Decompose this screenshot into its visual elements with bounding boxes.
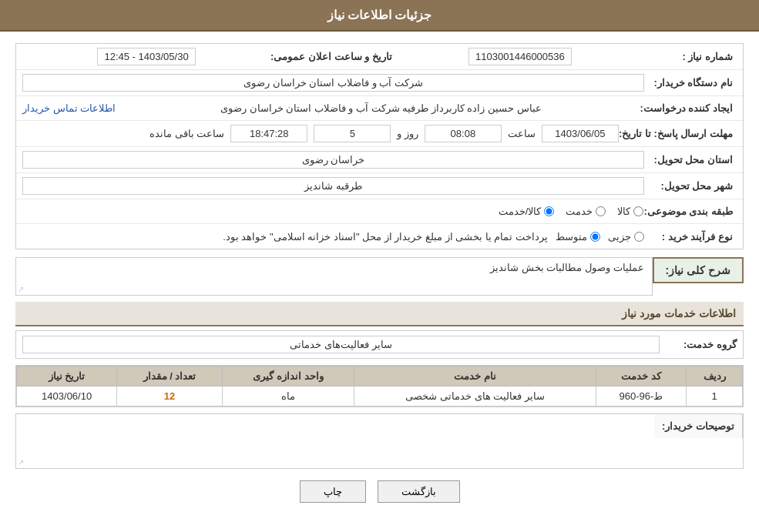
- purchase-type-row: نوع فرآیند خرید : جزیی متوسط پرداخت تمام…: [16, 224, 743, 249]
- announcement-datetime-value: 1403/05/30 - 12:45: [97, 48, 195, 65]
- category-kala-khedmat-radio[interactable]: [544, 206, 554, 216]
- purchase-note: پرداخت تمام یا بخشی از مبلغ خریدار از مح…: [223, 231, 548, 243]
- page-title: جزئیات اطلاعات نیاز: [327, 8, 432, 22]
- need-desc-section-label: شرح کلی نیاز:: [653, 257, 744, 283]
- service-group-label: گروه خدمت:: [660, 339, 737, 350]
- delivery-city-row: شهر محل تحویل: طرقبه شاندیز: [16, 173, 743, 199]
- page-header: جزئیات اطلاعات نیاز: [0, 0, 759, 32]
- category-khedmat-option: خدمت: [566, 206, 606, 217]
- cell-service-name: سایر فعالیت های خدماتی شخصی: [354, 386, 596, 407]
- response-hours: 18:47:28: [230, 125, 307, 142]
- response-days: 5: [314, 125, 391, 142]
- purchase-motavaset-label: متوسط: [556, 231, 587, 243]
- buyer-desc-value-wrapper: ↗: [16, 414, 654, 468]
- announcement-datetime-label: تاریخ و ساعت اعلان عمومی:: [270, 51, 396, 62]
- category-kala-radio[interactable]: [633, 206, 643, 216]
- back-button[interactable]: بازگشت: [378, 480, 460, 503]
- services-table: ردیف کد خدمت نام خدمت واحد اندازه گیری ت…: [16, 366, 743, 407]
- category-options: کالا خدمت کالا/خدمت: [22, 206, 643, 217]
- purchase-jozii-option: جزیی: [608, 231, 644, 243]
- response-date: 1403/06/05: [542, 125, 619, 142]
- announcement-datetime-wrapper: 1403/05/30 - 12:45: [22, 48, 270, 65]
- cell-unit: ماه: [222, 386, 354, 407]
- col-row-num: ردیف: [687, 366, 743, 386]
- creator-row: ایجاد کننده درخواست: عباس حسین زاده کارب…: [16, 96, 743, 121]
- creator-label: ایجاد کننده درخواست:: [640, 102, 737, 114]
- need-desc-section: شرح کلی نیاز: عملیات وصول مطالبات بخش شا…: [15, 257, 744, 296]
- category-kala-khedmat-label: کالا/خدمت: [499, 206, 542, 217]
- response-time-label: ساعت: [508, 128, 536, 139]
- category-kala-label: کالا: [617, 206, 630, 217]
- main-info-section: شماره نیاز : 1103001446000536 تاریخ و سا…: [15, 43, 744, 249]
- delivery-province-label: استان محل تحویل:: [644, 154, 737, 166]
- service-group-value: سایر فعالیت‌های خدماتی: [22, 336, 660, 353]
- purchase-type-options: جزیی متوسط پرداخت تمام یا بخشی از مبلغ خ…: [22, 231, 644, 243]
- service-group-row: گروه خدمت: سایر فعالیت‌های خدماتی: [15, 330, 744, 359]
- purchase-type-label: نوع فرآیند خرید :: [644, 231, 737, 243]
- category-row: طبقه بندی موضوعی: کالا خدمت کالا/خدمت: [16, 199, 743, 224]
- category-label: طبقه بندی موضوعی:: [643, 206, 737, 217]
- category-khedmat-label: خدمت: [566, 206, 593, 217]
- response-deadline-row: مهلت ارسال پاسخ: تا تاریخ: 1403/06/05 سا…: [16, 121, 743, 147]
- need-desc-value-wrapper: عملیات وصول مطالبات بخش شاندیز ↗: [15, 257, 653, 296]
- col-quantity: تعداد / مقدار: [117, 366, 222, 386]
- print-button[interactable]: چاپ: [300, 480, 366, 503]
- delivery-province-value-wrapper: خراسان رضوی: [22, 151, 644, 169]
- purchase-motavaset-radio[interactable]: [590, 232, 600, 242]
- buyer-name-row: نام دستگاه خریدار: شرکت آب و فاضلاب استا…: [16, 70, 743, 96]
- delivery-city-label: شهر محل تحویل:: [644, 180, 737, 192]
- category-khedmat-radio[interactable]: [596, 206, 606, 216]
- buyer-name-label: نام دستگاه خریدار:: [644, 77, 737, 89]
- delivery-province-row: استان محل تحویل: خراسان رضوی: [16, 147, 743, 173]
- response-days-label: روز و: [397, 128, 418, 139]
- creator-value-wrapper: عباس حسین زاده کاربرداز طرفیه شرکت آب و …: [22, 102, 640, 114]
- page-wrapper: جزئیات اطلاعات نیاز شماره نیاز : 1103001…: [0, 0, 759, 532]
- creator-value: عباس حسین زاده کاربرداز طرفیه شرکت آب و …: [122, 102, 640, 114]
- need-number-value-wrapper: 1103001446000536: [396, 48, 644, 65]
- need-desc-value: عملیات وصول مطالبات بخش شاندیز: [490, 262, 643, 273]
- services-section-title: اطلاعات خدمات مورد نیاز: [15, 302, 744, 326]
- buyer-name-value-wrapper: شرکت آب و فاضلاب استان خراسان رضوی: [22, 74, 644, 92]
- purchase-jozii-radio[interactable]: [634, 232, 644, 242]
- buyer-name-value: شرکت آب و فاضلاب استان خراسان رضوی: [22, 74, 644, 92]
- delivery-province-value: خراسان رضوی: [22, 151, 644, 169]
- category-kala-khedmat-option: کالا/خدمت: [499, 206, 555, 217]
- delivery-city-value: طرقبه شاندیز: [22, 177, 644, 195]
- col-date: تاریخ نیاز: [17, 366, 117, 386]
- need-number-value: 1103001446000536: [468, 48, 572, 65]
- contact-info-link[interactable]: اطلاعات تماس خریدار: [22, 102, 116, 114]
- resize-hint: ↗: [18, 285, 24, 293]
- purchase-motavaset-option: متوسط: [556, 231, 600, 243]
- buyer-desc-section: توصیحات خریدار: ↗: [15, 413, 744, 469]
- main-content: شماره نیاز : 1103001446000536 تاریخ و سا…: [0, 32, 759, 514]
- col-service-code: کد خدمت: [596, 366, 686, 386]
- cell-quantity: 12: [117, 386, 222, 407]
- response-deadline-label: مهلت ارسال پاسخ: تا تاریخ:: [619, 128, 737, 139]
- purchase-jozii-label: جزیی: [608, 231, 631, 243]
- resize-hint-2: ↗: [18, 458, 24, 467]
- button-row: بازگشت چاپ: [15, 480, 744, 503]
- cell-service-code: ط-96-960: [596, 386, 686, 407]
- response-deadline-values: 1403/06/05 ساعت 08:08 روز و 5 18:47:28 س…: [22, 125, 619, 142]
- delivery-city-value-wrapper: طرقبه شاندیز: [22, 177, 644, 195]
- cell-row-num: 1: [687, 386, 743, 407]
- response-time: 08:08: [425, 125, 502, 142]
- cell-date: 1403/06/10: [17, 386, 117, 407]
- col-service-name: نام خدمت: [354, 366, 596, 386]
- col-unit: واحد اندازه گیری: [222, 366, 354, 386]
- services-table-container: ردیف کد خدمت نام خدمت واحد اندازه گیری ت…: [15, 365, 744, 407]
- category-kala-option: کالا: [617, 206, 643, 217]
- buyer-desc-label: توصیحات خریدار:: [654, 414, 743, 438]
- need-number-row: شماره نیاز : 1103001446000536 تاریخ و سا…: [16, 44, 743, 70]
- table-row: 1 ط-96-960 سایر فعالیت های خدماتی شخصی م…: [17, 386, 743, 407]
- response-hours-label: ساعت باقی مانده: [149, 128, 224, 139]
- need-number-label: شماره نیاز :: [644, 51, 737, 62]
